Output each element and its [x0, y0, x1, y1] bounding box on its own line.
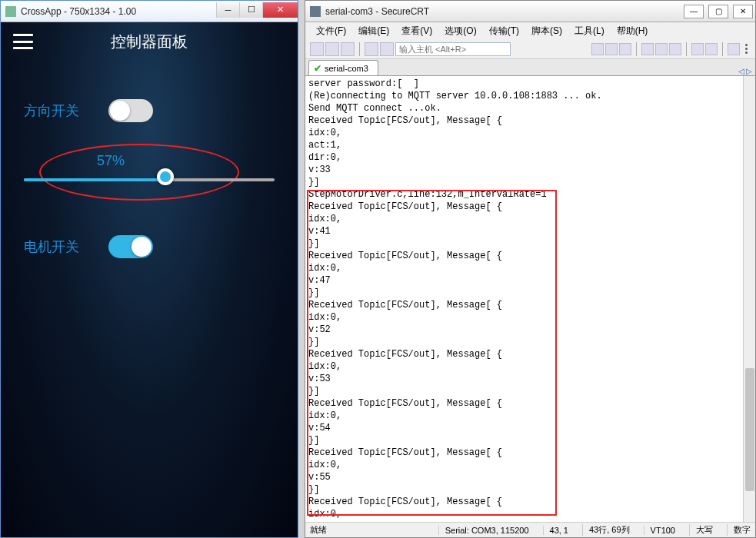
slider-fill	[24, 178, 167, 181]
status-ready: 就绪	[310, 524, 327, 536]
status-serial: Serial: COM3, 115200	[438, 526, 529, 535]
scrollbar-thumb[interactable]	[745, 368, 754, 491]
menubar: 文件(F) 编辑(E) 查看(V) 选项(O) 传输(T) 脚本(S) 工具(L…	[305, 22, 755, 39]
minimize-button[interactable]: ─	[216, 2, 239, 18]
statusbar: 就绪 Serial: COM3, 115200 43, 1 43行, 69列 V…	[305, 522, 755, 537]
menu-tools[interactable]: 工具(L)	[570, 23, 609, 39]
copy-icon[interactable]	[591, 43, 604, 55]
toggle-knob	[110, 101, 130, 121]
tabbar: ✔ serial-com3 ◁ ▷	[305, 59, 755, 76]
crossapp-window: CrossApp - 750x1334 - 1.00 ─ ☐ ✕ 控制器面板 方…	[0, 0, 298, 538]
close-button[interactable]: ✕	[733, 5, 753, 18]
status-size: 43行, 69列	[582, 524, 630, 536]
window-buttons: — ▢ ✕	[681, 3, 755, 20]
quick-connect-icon[interactable]	[325, 42, 339, 56]
app-icon	[310, 6, 321, 17]
direction-switch-label: 方向开关	[24, 101, 108, 120]
window-title: serial-com3 - SecureCRT	[325, 6, 681, 17]
menu-edit[interactable]: 编辑(E)	[354, 23, 394, 39]
window-title: CrossApp - 750x1334 - 1.00	[21, 6, 216, 17]
paste-icon[interactable]	[605, 43, 618, 55]
status-terminal: VT100	[644, 526, 675, 535]
slider-value: 57%	[24, 153, 275, 169]
session-icon[interactable]	[380, 42, 394, 56]
menu-file[interactable]: 文件(F)	[311, 23, 351, 39]
direction-switch-row: 方向开关	[1, 99, 298, 122]
slider-block: 57%	[1, 153, 298, 181]
terminal-text: server password:[ ] (Re)connecting to MQ…	[308, 78, 602, 522]
separator	[359, 42, 360, 56]
status-num: 数字	[727, 524, 751, 536]
help-icon[interactable]	[728, 43, 740, 55]
separator	[686, 42, 687, 56]
status-position: 43, 1	[543, 526, 568, 535]
host-input[interactable]	[395, 42, 511, 56]
tab-label: serial-com3	[325, 64, 368, 73]
separator	[636, 42, 637, 56]
hamburger-icon[interactable]	[13, 34, 33, 49]
motor-toggle[interactable]	[108, 235, 153, 258]
key-icon[interactable]	[705, 43, 718, 55]
toolbar	[305, 39, 755, 59]
scrollbar[interactable]	[743, 76, 755, 522]
disconnect-icon[interactable]	[365, 42, 378, 56]
terminal[interactable]: server password:[ ] (Re)connecting to MQ…	[305, 76, 755, 522]
menu-transfer[interactable]: 传输(T)	[485, 23, 524, 39]
menu-view[interactable]: 查看(V)	[397, 23, 437, 39]
app-header: 控制器面板	[1, 22, 298, 61]
menu-options[interactable]: 选项(O)	[440, 23, 481, 39]
securecrt-titlebar[interactable]: serial-com3 - SecureCRT — ▢ ✕	[305, 1, 755, 22]
motor-switch-label: 电机开关	[24, 237, 108, 256]
minimize-button[interactable]: —	[684, 5, 704, 18]
separator	[722, 42, 723, 56]
menu-help[interactable]: 帮助(H)	[612, 23, 653, 39]
app-icon	[5, 6, 16, 17]
overflow-icon[interactable]	[741, 42, 751, 56]
maximize-button[interactable]: ▢	[708, 5, 728, 18]
direction-toggle[interactable]	[108, 99, 153, 122]
options-icon[interactable]	[655, 43, 668, 55]
window-buttons: ─ ☐ ✕	[216, 5, 298, 18]
keymap-icon[interactable]	[669, 43, 681, 55]
menu-script[interactable]: 脚本(S)	[527, 23, 567, 39]
find-icon[interactable]	[619, 43, 631, 55]
app-title: 控制器面板	[33, 32, 265, 52]
toggle-knob	[132, 237, 152, 257]
close-button[interactable]: ✕	[262, 2, 298, 18]
app-screen: 控制器面板 方向开关 57% 电机开关	[1, 22, 298, 537]
print-icon[interactable]	[641, 43, 654, 55]
slider-thumb[interactable]	[157, 168, 174, 185]
maximize-button[interactable]: ☐	[239, 2, 262, 18]
status-caps: 大写	[689, 524, 713, 536]
tab-nav: ◁ ▷	[738, 67, 755, 75]
reconnect-icon[interactable]	[341, 42, 355, 56]
tab-serial-com3[interactable]: ✔ serial-com3	[308, 60, 378, 75]
speed-slider[interactable]	[24, 178, 275, 181]
tab-next-icon[interactable]: ▷	[746, 67, 752, 75]
check-icon: ✔	[314, 63, 321, 74]
securecrt-window: serial-com3 - SecureCRT — ▢ ✕ 文件(F) 编辑(E…	[305, 0, 756, 538]
connect-icon[interactable]	[310, 42, 324, 56]
motor-switch-row: 电机开关	[1, 235, 298, 258]
tools-icon[interactable]	[691, 43, 704, 55]
crossapp-titlebar[interactable]: CrossApp - 750x1334 - 1.00 ─ ☐ ✕	[1, 1, 298, 22]
tab-prev-icon[interactable]: ◁	[738, 67, 744, 75]
